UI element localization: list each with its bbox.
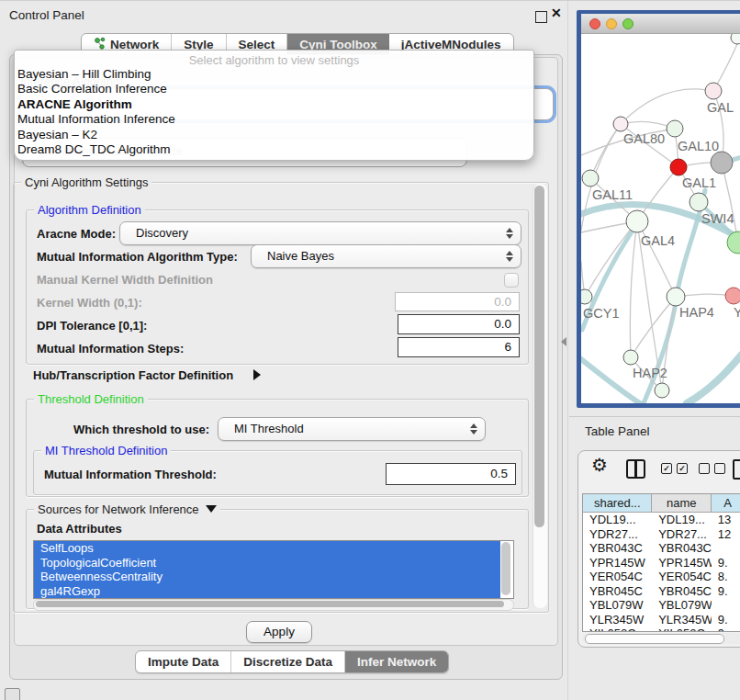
algorithm-option[interactable]: Bayesian – K2 — [15, 128, 533, 142]
algorithm-option[interactable]: Mutual Information Inference — [15, 112, 533, 127]
table-cell: YBR045C — [583, 584, 652, 599]
algorithm-option[interactable]: Basic Correlation Inference — [15, 82, 533, 96]
table-cell: YER054C — [583, 570, 652, 584]
zoom-window-icon[interactable] — [623, 19, 633, 29]
algorithm-option[interactable]: ARACNE Algorithm — [15, 97, 533, 112]
table-panel: ⚙ ✓ ✓ shared...nameAYDL19...YDL19...13YD… — [577, 450, 740, 648]
table-cell: YBR043C — [652, 541, 712, 556]
column-header[interactable]: name — [652, 494, 712, 513]
tab-label: Impute Data — [148, 655, 219, 669]
table-row[interactable]: YLR345WYLR345W9. — [583, 613, 740, 627]
algorithm-dropdown-list: Bayesian – Hill ClimbingBasic Correlatio… — [15, 67, 533, 157]
new-document-icon[interactable] — [733, 459, 740, 480]
network-node[interactable] — [711, 152, 733, 174]
table-cell: 13 — [712, 513, 740, 527]
kernel-width-field[interactable]: 0.0 — [395, 292, 520, 311]
node-attribute-table[interactable]: shared...nameAYDL19...YDL19...13YDR27...… — [582, 493, 740, 632]
cyni-algorithm-settings-title: Cyni Algorithm Settings — [21, 175, 151, 189]
mi-threshold-field[interactable]: 0.5 — [386, 463, 516, 485]
tab-infer-network[interactable]: Infer Network — [345, 651, 448, 672]
checked-columns-icon[interactable]: ✓ ✓ — [661, 463, 688, 474]
data-attributes-list[interactable]: SelfLoopsTopologicalCoefficientBetweenne… — [33, 540, 514, 599]
network-node-gal11[interactable] — [582, 170, 599, 186]
which-threshold-combobox[interactable]: MI Threshold — [218, 417, 486, 441]
table-panel-divider — [569, 416, 740, 417]
collapse-down-arrow-icon[interactable] — [206, 505, 217, 513]
table-hscrollbar-track[interactable] — [582, 633, 740, 644]
close-window-icon[interactable] — [590, 19, 600, 29]
node-label: GAL80 — [623, 131, 665, 146]
checkbox-empty-icon — [714, 463, 725, 474]
table-row[interactable]: YDR27...YDR27...12 — [583, 527, 740, 542]
table-row[interactable]: YDL19...YDL19...13 — [583, 513, 740, 527]
network-node-gal[interactable] — [705, 83, 722, 99]
network-node-hap2[interactable] — [623, 350, 638, 365]
aracne-mode-combobox[interactable]: Discovery — [119, 221, 521, 245]
network-node-gal1[interactable] — [670, 159, 687, 175]
network-node-y[interactable] — [725, 288, 740, 304]
node-label: GAL10 — [678, 139, 719, 153]
table-cell: YDL19... — [583, 513, 652, 527]
attribute-list-item[interactable]: TopologicalCoefficient — [34, 556, 500, 570]
node-label: HAP4 — [679, 305, 714, 320]
table-cell: YBL079W — [652, 598, 712, 613]
attributes-hscrollbar-thumb[interactable] — [36, 601, 504, 607]
manual-kernel-width-checkbox[interactable] — [504, 273, 519, 288]
table-cell: YIL052C — [652, 627, 712, 632]
expand-right-arrow-icon[interactable] — [253, 369, 261, 380]
table-cell: 9. — [712, 613, 740, 627]
table-cell: 9. — [712, 556, 740, 570]
attribute-list-item[interactable]: SelfLoops — [34, 541, 500, 556]
column-header[interactable]: A — [712, 494, 740, 513]
table-cell: YBR045C — [652, 584, 712, 599]
panel-splitter[interactable] — [567, 1, 568, 700]
algorithm-option[interactable]: Bayesian – Hill Climbing — [15, 67, 533, 82]
algorithm-option[interactable]: Dream8 DC_TDC Algorithm — [15, 142, 533, 157]
float-panel-icon[interactable] — [535, 11, 547, 23]
table-hscrollbar-thumb[interactable] — [585, 634, 724, 644]
table-row[interactable]: YER054CYER054C8. — [583, 570, 740, 584]
apply-button[interactable]: Apply — [246, 621, 312, 643]
network-node-gal4[interactable] — [626, 210, 648, 232]
algorithm-dropdown-popup: Select algorithm to view settings Bayesi… — [14, 50, 534, 161]
network-node-gal80[interactable] — [613, 117, 628, 131]
minimize-window-icon[interactable] — [607, 19, 617, 29]
dpi-tolerance-field[interactable]: 0.0 — [398, 314, 520, 334]
attributes-hscrollbar-track[interactable] — [33, 599, 514, 611]
tab-impute-data[interactable]: Impute Data — [136, 651, 231, 672]
table-row[interactable]: YBR045CYBR045C9. — [583, 584, 740, 599]
table-row[interactable]: YBL079WYBL079W — [583, 598, 740, 613]
attribute-list-item[interactable]: BetweennessCentrality — [34, 570, 500, 584]
table-row[interactable]: YPR145WYPR145W9. — [583, 556, 740, 570]
column-header[interactable]: shared... — [583, 494, 652, 513]
table-cell: YLR345W — [583, 613, 652, 627]
node-label: Y — [734, 305, 740, 320]
table-cell: YIL052C — [583, 627, 652, 632]
settings-gear-icon[interactable]: ⚙ — [591, 456, 608, 474]
mi-steps-field[interactable]: 6 — [398, 337, 520, 357]
settings-scrollbar-thumb[interactable] — [534, 186, 544, 527]
network-window-titlebar[interactable] — [581, 14, 740, 34]
table-row[interactable]: YBR043CYBR043C — [583, 541, 740, 556]
tab-discretize-data[interactable]: Discretize Data — [231, 651, 345, 672]
network-view-window[interactable]: GALGAL80GAL10GAL1GAL11SWI4GAL4GCY1HAP4YH… — [569, 1, 740, 410]
network-node-gal10[interactable] — [667, 120, 683, 137]
table-row[interactable]: YIL052CYIL052C9. — [583, 627, 740, 632]
table-header-row: shared...nameA — [583, 494, 740, 513]
unchecked-columns-icon[interactable] — [699, 463, 725, 474]
node-label: HAP2 — [633, 366, 667, 380]
split-columns-icon[interactable] — [626, 459, 645, 479]
table-cell: YER054C — [652, 570, 712, 584]
network-node-hap4[interactable] — [667, 288, 685, 306]
close-panel-icon[interactable]: ✕ — [551, 6, 562, 20]
attribute-list-item[interactable]: gal4RGexp — [34, 584, 500, 599]
minimized-panel-icon[interactable] — [5, 688, 20, 700]
aracne-mode-value: Discovery — [120, 222, 521, 240]
network-node-swi4[interactable] — [690, 193, 708, 211]
attributes-vscrollbar-thumb[interactable] — [501, 542, 510, 595]
table-cell: YPR145W — [652, 556, 712, 570]
mi-algorithm-type-combobox[interactable]: Naive Bayes — [251, 244, 521, 268]
network-node[interactable] — [655, 383, 669, 398]
splitter-collapse-arrow-icon[interactable] — [561, 337, 566, 346]
table-cell: YDR27... — [583, 527, 652, 542]
